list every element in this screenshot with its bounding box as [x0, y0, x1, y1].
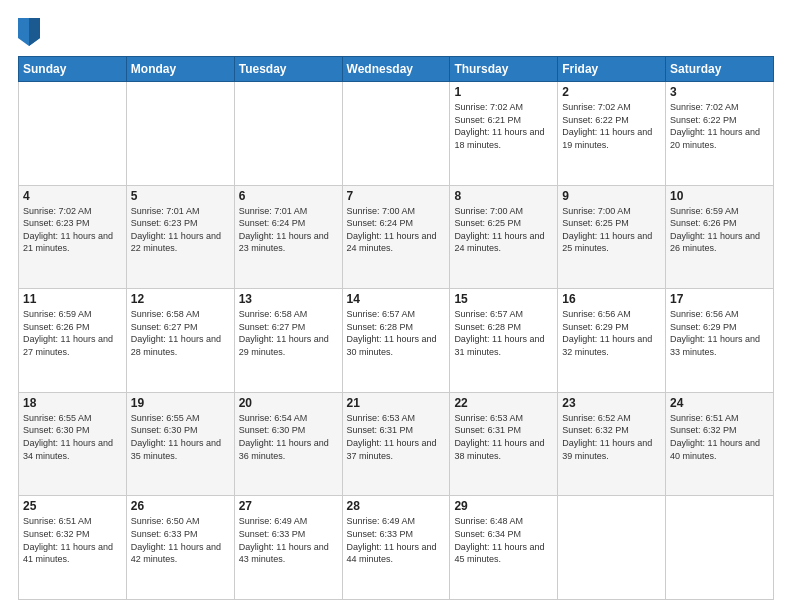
day-info: Sunrise: 7:02 AM Sunset: 6:22 PM Dayligh…	[562, 101, 661, 151]
weekday-header-monday: Monday	[126, 57, 234, 82]
weekday-header-friday: Friday	[558, 57, 666, 82]
calendar-cell: 14Sunrise: 6:57 AM Sunset: 6:28 PM Dayli…	[342, 289, 450, 393]
weekday-header-saturday: Saturday	[666, 57, 774, 82]
day-info: Sunrise: 6:56 AM Sunset: 6:29 PM Dayligh…	[670, 308, 769, 358]
calendar-cell	[558, 496, 666, 600]
day-number: 2	[562, 85, 661, 99]
day-info: Sunrise: 6:51 AM Sunset: 6:32 PM Dayligh…	[23, 515, 122, 565]
day-number: 23	[562, 396, 661, 410]
day-info: Sunrise: 7:00 AM Sunset: 6:25 PM Dayligh…	[454, 205, 553, 255]
day-info: Sunrise: 6:57 AM Sunset: 6:28 PM Dayligh…	[347, 308, 446, 358]
day-info: Sunrise: 6:51 AM Sunset: 6:32 PM Dayligh…	[670, 412, 769, 462]
logo-icon	[18, 18, 40, 46]
calendar-cell: 27Sunrise: 6:49 AM Sunset: 6:33 PM Dayli…	[234, 496, 342, 600]
day-info: Sunrise: 7:02 AM Sunset: 6:22 PM Dayligh…	[670, 101, 769, 151]
header	[18, 18, 774, 46]
day-number: 21	[347, 396, 446, 410]
day-number: 25	[23, 499, 122, 513]
day-info: Sunrise: 6:49 AM Sunset: 6:33 PM Dayligh…	[347, 515, 446, 565]
day-number: 4	[23, 189, 122, 203]
day-info: Sunrise: 7:01 AM Sunset: 6:24 PM Dayligh…	[239, 205, 338, 255]
day-number: 6	[239, 189, 338, 203]
svg-marker-1	[29, 18, 40, 46]
weekday-header-sunday: Sunday	[19, 57, 127, 82]
calendar-cell: 29Sunrise: 6:48 AM Sunset: 6:34 PM Dayli…	[450, 496, 558, 600]
day-number: 29	[454, 499, 553, 513]
day-number: 13	[239, 292, 338, 306]
calendar-cell: 10Sunrise: 6:59 AM Sunset: 6:26 PM Dayli…	[666, 185, 774, 289]
day-number: 9	[562, 189, 661, 203]
calendar-table: SundayMondayTuesdayWednesdayThursdayFrid…	[18, 56, 774, 600]
day-number: 7	[347, 189, 446, 203]
calendar-cell: 24Sunrise: 6:51 AM Sunset: 6:32 PM Dayli…	[666, 392, 774, 496]
weekday-header-wednesday: Wednesday	[342, 57, 450, 82]
calendar-cell: 15Sunrise: 6:57 AM Sunset: 6:28 PM Dayli…	[450, 289, 558, 393]
day-info: Sunrise: 6:50 AM Sunset: 6:33 PM Dayligh…	[131, 515, 230, 565]
day-info: Sunrise: 6:48 AM Sunset: 6:34 PM Dayligh…	[454, 515, 553, 565]
calendar-cell: 7Sunrise: 7:00 AM Sunset: 6:24 PM Daylig…	[342, 185, 450, 289]
calendar-cell: 17Sunrise: 6:56 AM Sunset: 6:29 PM Dayli…	[666, 289, 774, 393]
calendar-cell: 26Sunrise: 6:50 AM Sunset: 6:33 PM Dayli…	[126, 496, 234, 600]
day-info: Sunrise: 7:01 AM Sunset: 6:23 PM Dayligh…	[131, 205, 230, 255]
weekday-header-thursday: Thursday	[450, 57, 558, 82]
calendar-cell: 19Sunrise: 6:55 AM Sunset: 6:30 PM Dayli…	[126, 392, 234, 496]
day-info: Sunrise: 6:49 AM Sunset: 6:33 PM Dayligh…	[239, 515, 338, 565]
calendar-cell: 12Sunrise: 6:58 AM Sunset: 6:27 PM Dayli…	[126, 289, 234, 393]
calendar-cell: 13Sunrise: 6:58 AM Sunset: 6:27 PM Dayli…	[234, 289, 342, 393]
calendar-cell	[342, 82, 450, 186]
weekday-header-row: SundayMondayTuesdayWednesdayThursdayFrid…	[19, 57, 774, 82]
day-info: Sunrise: 6:59 AM Sunset: 6:26 PM Dayligh…	[23, 308, 122, 358]
calendar-cell	[234, 82, 342, 186]
calendar-cell: 1Sunrise: 7:02 AM Sunset: 6:21 PM Daylig…	[450, 82, 558, 186]
day-number: 1	[454, 85, 553, 99]
day-info: Sunrise: 6:55 AM Sunset: 6:30 PM Dayligh…	[23, 412, 122, 462]
calendar-cell: 11Sunrise: 6:59 AM Sunset: 6:26 PM Dayli…	[19, 289, 127, 393]
calendar-week-row: 25Sunrise: 6:51 AM Sunset: 6:32 PM Dayli…	[19, 496, 774, 600]
day-number: 14	[347, 292, 446, 306]
day-info: Sunrise: 7:02 AM Sunset: 6:21 PM Dayligh…	[454, 101, 553, 151]
day-info: Sunrise: 6:53 AM Sunset: 6:31 PM Dayligh…	[454, 412, 553, 462]
day-number: 24	[670, 396, 769, 410]
calendar-cell: 6Sunrise: 7:01 AM Sunset: 6:24 PM Daylig…	[234, 185, 342, 289]
calendar-cell: 2Sunrise: 7:02 AM Sunset: 6:22 PM Daylig…	[558, 82, 666, 186]
day-number: 28	[347, 499, 446, 513]
weekday-header-tuesday: Tuesday	[234, 57, 342, 82]
day-info: Sunrise: 7:00 AM Sunset: 6:25 PM Dayligh…	[562, 205, 661, 255]
calendar-cell: 22Sunrise: 6:53 AM Sunset: 6:31 PM Dayli…	[450, 392, 558, 496]
calendar-cell: 16Sunrise: 6:56 AM Sunset: 6:29 PM Dayli…	[558, 289, 666, 393]
day-info: Sunrise: 6:58 AM Sunset: 6:27 PM Dayligh…	[239, 308, 338, 358]
calendar-cell: 20Sunrise: 6:54 AM Sunset: 6:30 PM Dayli…	[234, 392, 342, 496]
day-number: 5	[131, 189, 230, 203]
calendar-week-row: 1Sunrise: 7:02 AM Sunset: 6:21 PM Daylig…	[19, 82, 774, 186]
calendar-cell: 8Sunrise: 7:00 AM Sunset: 6:25 PM Daylig…	[450, 185, 558, 289]
day-number: 16	[562, 292, 661, 306]
day-info: Sunrise: 6:59 AM Sunset: 6:26 PM Dayligh…	[670, 205, 769, 255]
calendar-week-row: 11Sunrise: 6:59 AM Sunset: 6:26 PM Dayli…	[19, 289, 774, 393]
calendar-cell: 21Sunrise: 6:53 AM Sunset: 6:31 PM Dayli…	[342, 392, 450, 496]
day-number: 8	[454, 189, 553, 203]
day-number: 20	[239, 396, 338, 410]
day-info: Sunrise: 6:55 AM Sunset: 6:30 PM Dayligh…	[131, 412, 230, 462]
day-number: 18	[23, 396, 122, 410]
day-info: Sunrise: 7:02 AM Sunset: 6:23 PM Dayligh…	[23, 205, 122, 255]
calendar-cell	[19, 82, 127, 186]
day-info: Sunrise: 6:56 AM Sunset: 6:29 PM Dayligh…	[562, 308, 661, 358]
logo	[18, 18, 44, 46]
day-info: Sunrise: 6:57 AM Sunset: 6:28 PM Dayligh…	[454, 308, 553, 358]
calendar-cell: 5Sunrise: 7:01 AM Sunset: 6:23 PM Daylig…	[126, 185, 234, 289]
day-number: 10	[670, 189, 769, 203]
day-number: 11	[23, 292, 122, 306]
day-info: Sunrise: 6:58 AM Sunset: 6:27 PM Dayligh…	[131, 308, 230, 358]
calendar-cell	[126, 82, 234, 186]
calendar-cell: 28Sunrise: 6:49 AM Sunset: 6:33 PM Dayli…	[342, 496, 450, 600]
calendar-week-row: 18Sunrise: 6:55 AM Sunset: 6:30 PM Dayli…	[19, 392, 774, 496]
calendar-cell: 4Sunrise: 7:02 AM Sunset: 6:23 PM Daylig…	[19, 185, 127, 289]
page: SundayMondayTuesdayWednesdayThursdayFrid…	[0, 0, 792, 612]
calendar-cell	[666, 496, 774, 600]
day-number: 27	[239, 499, 338, 513]
calendar-cell: 25Sunrise: 6:51 AM Sunset: 6:32 PM Dayli…	[19, 496, 127, 600]
day-number: 22	[454, 396, 553, 410]
day-number: 19	[131, 396, 230, 410]
calendar-cell: 23Sunrise: 6:52 AM Sunset: 6:32 PM Dayli…	[558, 392, 666, 496]
day-number: 26	[131, 499, 230, 513]
